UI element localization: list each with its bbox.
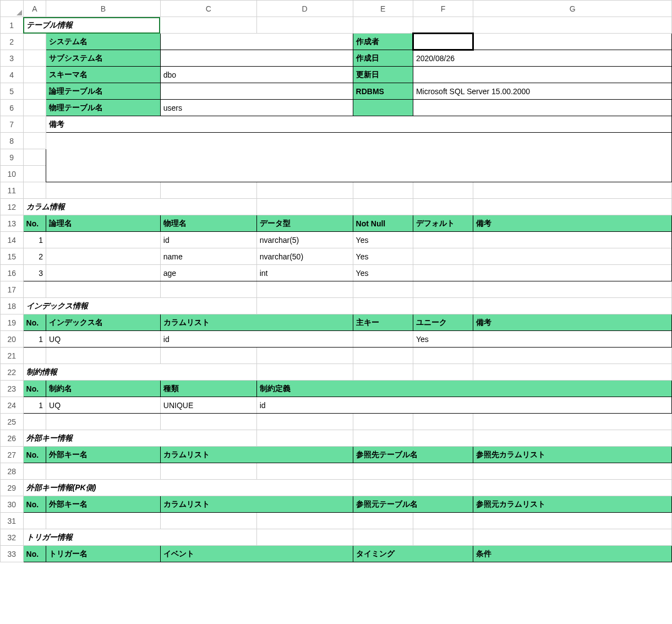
label-remarks[interactable]: 備考 [46,116,672,133]
cell[interactable] [353,199,413,215]
cell[interactable] [413,17,473,34]
row-header[interactable]: 25 [1,414,24,430]
row-header[interactable]: 32 [1,529,24,546]
col-row-notnull[interactable]: Yes [353,265,413,281]
section-title-column-info[interactable]: カラム情報 [23,199,160,215]
idxheader-cols[interactable]: カラムリスト [160,314,353,331]
col-row-no[interactable]: 3 [23,265,46,281]
col-row-datatype[interactable]: int [256,265,353,281]
fkheader-name[interactable]: 外部キー名 [46,447,161,463]
cell[interactable] [413,430,473,447]
fkpkheader-ref-cols[interactable]: 参照元カラムリスト [473,496,672,513]
row-header[interactable]: 20 [1,331,24,348]
row-header[interactable]: 4 [1,67,24,83]
section-title-trigger-info[interactable]: トリガー情報 [23,529,160,546]
cell[interactable] [413,298,473,314]
row-header[interactable]: 3 [1,50,24,67]
row-header[interactable]: 11 [1,182,24,199]
cell[interactable] [23,116,46,133]
cell[interactable] [160,463,256,480]
row-header[interactable]: 2 [1,34,24,50]
cell[interactable] [160,430,256,447]
col-row-physical[interactable]: name [160,248,256,265]
cell[interactable] [23,414,46,430]
section-title-constraint-info[interactable]: 制約情報 [23,364,160,381]
cell[interactable] [46,281,161,298]
row-header[interactable]: 33 [1,546,24,562]
label-rdbms[interactable]: RDBMS [353,83,413,100]
cell[interactable] [23,513,46,529]
col-header-G[interactable]: G [473,1,672,17]
row-header[interactable]: 24 [1,397,24,414]
idx-remarks[interactable] [473,331,672,348]
row-header[interactable]: 14 [1,232,24,248]
colheader-remarks[interactable]: 備考 [473,215,672,232]
row-header[interactable]: 28 [1,463,24,480]
cell[interactable] [46,414,161,430]
cell[interactable] [256,298,353,314]
col-row-remarks[interactable] [473,248,672,265]
row-header[interactable]: 1 [1,17,24,34]
col-row-default[interactable] [413,265,473,281]
trgheader-event[interactable]: イベント [160,546,353,562]
cell[interactable] [413,348,473,364]
row-header[interactable]: 6 [1,100,24,116]
col-header-B[interactable]: B [46,1,161,17]
cell[interactable] [353,529,413,546]
cell[interactable] [256,414,353,430]
fkheader-cols[interactable]: カラムリスト [160,447,353,463]
col-header-E[interactable]: E [353,1,413,17]
col-row-no[interactable]: 1 [23,232,46,248]
conheader-no[interactable]: No. [23,381,46,397]
col-row-physical[interactable]: id [160,232,256,248]
label-author[interactable]: 作成者 [353,34,413,50]
trgheader-cond[interactable]: 条件 [473,546,672,562]
colheader-notnull[interactable]: Not Null [353,215,413,232]
col-header-A[interactable]: A [23,1,46,17]
col-row-default[interactable] [413,248,473,265]
col-row-datatype[interactable]: nvarchar(5) [256,232,353,248]
cell[interactable] [353,480,413,496]
trgheader-no[interactable]: No. [23,546,46,562]
row-header[interactable]: 18 [1,298,24,314]
value-author[interactable] [413,34,473,50]
col-row-logical[interactable] [46,265,161,281]
cell[interactable] [23,67,46,83]
cell[interactable] [413,414,473,430]
col-row-datatype[interactable]: nvarchar(50) [256,248,353,265]
label-logical-table-name[interactable]: 論理テーブル名 [46,83,161,100]
value-logical-table-name[interactable] [160,83,353,100]
cell[interactable] [413,480,473,496]
cell[interactable] [23,281,46,298]
value-rdbms[interactable]: Microsoft SQL Server 15.00.2000 [413,83,671,100]
row-header[interactable]: 30 [1,496,24,513]
cell[interactable] [413,513,473,529]
cell[interactable] [160,513,256,529]
cell[interactable] [473,513,672,529]
idxheader-no[interactable]: No. [23,314,46,331]
cell[interactable] [160,414,256,430]
cell[interactable] [160,364,256,381]
cell[interactable] [256,463,353,480]
col-row-logical[interactable] [46,232,161,248]
cell[interactable] [23,100,46,116]
fkheader-ref-table[interactable]: 参照先テーブル名 [353,447,473,463]
fkpkheader-cols[interactable]: カラムリスト [160,496,353,513]
colheader-logical[interactable]: 論理名 [46,215,161,232]
row-header[interactable]: 7 [1,116,24,133]
cell[interactable] [256,348,353,364]
section-title-fk-pk-info[interactable]: 外部キー情報(PK側) [23,480,256,496]
row-header[interactable]: 29 [1,480,24,496]
value-remarks[interactable] [46,133,672,182]
select-all-corner[interactable] [1,1,24,17]
cell[interactable] [23,182,46,199]
colheader-datatype[interactable]: データ型 [256,215,353,232]
con-type[interactable]: UNIQUE [160,397,256,414]
colheader-default[interactable]: デフォルト [413,215,473,232]
section-title-index-info[interactable]: インデックス情報 [23,298,160,314]
cell[interactable] [256,17,353,34]
cell[interactable] [353,182,413,199]
col-row-notnull[interactable]: Yes [353,232,413,248]
idx-name[interactable]: UQ [46,331,161,348]
cell[interactable] [160,182,256,199]
